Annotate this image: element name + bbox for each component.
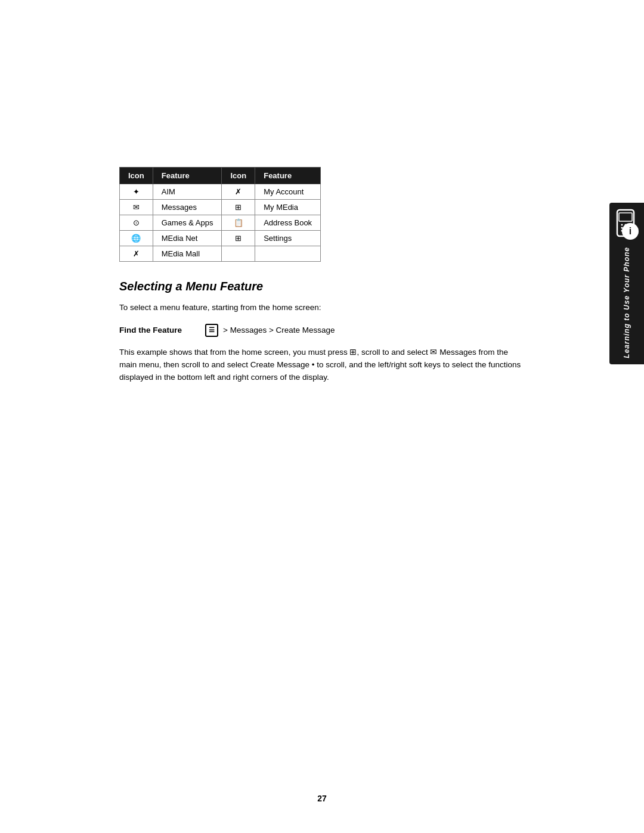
info-icon: i [622, 223, 639, 240]
table-row: ✗MEdia Mall [120, 246, 321, 262]
intro-text: To select a menu feature, starting from … [119, 302, 525, 314]
feature-cell-2 [255, 246, 321, 262]
icon-cell-2: 📋 [222, 215, 255, 231]
sidebar-tab: i Learning to Use Your Phone [609, 203, 644, 364]
feature-cell-1: Messages [153, 200, 222, 215]
page-container: Icon Feature Icon Feature ✦AIM✗My Accoun… [0, 0, 644, 833]
find-feature-row: Find the Feature ☰ > Messages > Create M… [119, 324, 596, 337]
svg-point-2 [621, 224, 623, 226]
icon-cell-1: ✗ [120, 246, 153, 262]
feature-cell-2: Address Book [255, 215, 321, 231]
svg-rect-1 [619, 213, 632, 221]
find-feature-label: Find the Feature [119, 326, 203, 335]
find-feature-path: ☰ > Messages > Create Message [203, 324, 335, 337]
section-title: Selecting a Menu Feature [119, 280, 596, 293]
icon-feature-table: Icon Feature Icon Feature ✦AIM✗My Accoun… [119, 167, 321, 262]
menu-icon: ☰ [205, 324, 218, 337]
icon-cell-2: ⊞ [222, 200, 255, 215]
feature-cell-1: MEdia Net [153, 231, 222, 246]
icon-cell-1: ✉ [120, 200, 153, 215]
body-text: This example shows that from the home sc… [119, 346, 525, 384]
feature-cell-2: Settings [255, 231, 321, 246]
icon-cell-1: ⊙ [120, 215, 153, 231]
table-row: ✦AIM✗My Account [120, 184, 321, 200]
table-row: ✉Messages⊞My MEdia [120, 200, 321, 215]
icon-cell-2 [222, 246, 255, 262]
col2-header-feature: Feature [255, 168, 321, 184]
col1-header-feature: Feature [153, 168, 222, 184]
table-row: 🌐MEdia Net⊞Settings [120, 231, 321, 246]
icon-cell-2: ⊞ [222, 231, 255, 246]
page-number: 27 [317, 794, 327, 803]
feature-cell-2: My MEdia [255, 200, 321, 215]
feature-cell-1: Games & Apps [153, 215, 222, 231]
col2-header-icon: Icon [222, 168, 255, 184]
table-row: ⊙Games & Apps📋Address Book [120, 215, 321, 231]
col1-header-icon: Icon [120, 168, 153, 184]
feature-cell-2: My Account [255, 184, 321, 200]
feature-path-text: > Messages > Create Message [223, 326, 335, 335]
feature-cell-1: AIM [153, 184, 222, 200]
icon-cell-1: ✦ [120, 184, 153, 200]
icon-cell-1: 🌐 [120, 231, 153, 246]
feature-cell-1: MEdia Mall [153, 246, 222, 262]
sidebar-label: Learning to Use Your Phone [623, 247, 631, 358]
icon-cell-2: ✗ [222, 184, 255, 200]
phone-icon: i [612, 209, 641, 242]
